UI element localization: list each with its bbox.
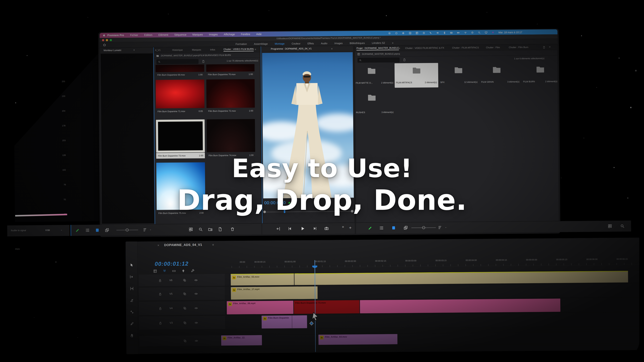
profile-dot-icon[interactable] [492,31,494,34]
track-label[interactable]: V3 [170,321,172,324]
folder-label-rushes[interactable]: RUSHES3 élément(s) [355,111,394,114]
automate-to-sequence-icon[interactable] [608,224,612,228]
sync-lock-icon[interactable] [183,278,186,282]
clip-thumbnail-70[interactable] [206,64,254,72]
lock-icon[interactable] [158,292,162,296]
tab-marques[interactable]: Marques [192,48,201,51]
menu-edition[interactable]: Edition [144,33,152,36]
timeline-clip-film-artifac-08-tail[interactable] [360,299,560,313]
sync-lock-icon[interactable] [183,292,186,296]
clip-thumbnail-73-selected[interactable] [156,119,205,152]
gear-icon[interactable] [402,32,405,34]
bin-search-input[interactable] [156,59,198,64]
displays-icon[interactable] [416,31,418,34]
folder-icon-rushes[interactable] [366,92,378,102]
lock-icon[interactable] [158,279,162,282]
track-label[interactable]: V6 [169,279,172,282]
menu-affichage[interactable]: Affichage [224,33,235,36]
sequence-panel-menu-icon[interactable]: ≡ [212,243,214,247]
sort-caret-icon[interactable]: ⌄ [445,226,447,228]
jump-to-in-icon[interactable] [276,226,280,231]
program-panel-menu-icon[interactable]: ≡ [331,47,332,50]
home-icon[interactable] [103,43,106,46]
eye-icon[interactable] [194,278,198,282]
zoom-slider-handle[interactable] [422,226,425,229]
tab-chutier-video-film-burn[interactable]: Chutier : VIDEO FILM BURN [224,48,254,51]
edit-pencil-icon[interactable] [75,228,80,233]
eye-icon[interactable] [194,321,198,325]
folder-label-film-matte[interactable]: FILM MATTE O...2 élément(s) [355,81,394,84]
project-search-input[interactable] [358,57,400,62]
sync-clock-icon[interactable] [471,31,474,34]
track-label[interactable]: V5 [170,292,172,295]
sort-caret-icon[interactable]: ⌄ [150,228,152,231]
clip-label-72[interactable]: Film Burn Dopamine 72.mov1:00 [206,108,255,114]
track-header-v3[interactable]: V3 [139,316,225,330]
screen-mirroring-icon[interactable] [395,32,398,34]
track-header-v6[interactable]: V6 [139,274,225,287]
workspace-montage[interactable]: Montage [275,42,284,45]
timeline-clip-film-artifac-63[interactable]: fxFilm_Artifac_63.mov [230,273,294,286]
clip-label-71[interactable]: Film Burn Dopamine 71.mov0:05 [156,108,204,114]
folder-label-film-artifacs[interactable]: FILM ARTIFACS2 élément(s) [395,81,438,84]
eye-icon[interactable] [194,306,198,310]
folder-icon-film-artifacs[interactable] [410,65,422,75]
project-filter-icon[interactable] [403,58,406,61]
folder-icon-film-grain[interactable] [490,64,503,75]
eye-icon[interactable] [194,292,198,296]
list-view-icon[interactable] [379,226,384,230]
workspace-landers[interactable]: LAnders S2 [372,41,385,44]
timeline-clip-film-burn-dopamine[interactable]: fxFilm Burn Dopamin [262,315,307,329]
thumbnail-view-icon[interactable] [391,226,396,230]
clip-thumbnail-71[interactable] [156,79,204,108]
workspace-effets[interactable]: Effets [308,42,314,45]
clip-thumbnail-74[interactable] [206,119,255,152]
menu-sequence[interactable]: Séquence [174,33,186,36]
workspace-assemblage[interactable]: Assemblage [254,42,268,45]
menu-aide[interactable]: Aide [256,33,262,36]
menu-premiere-pro[interactable]: Premiere Pro [107,34,124,37]
bit-depth-caret-icon[interactable]: ⌄ [60,228,62,231]
folder-label-film-burn[interactable]: FILM BURN2 élément(s) [522,80,558,83]
tab-infos[interactable]: Infos [210,48,215,51]
transport-overflow[interactable]: » [342,225,344,229]
battery-icon[interactable] [457,31,460,34]
folder-icon-film-burn[interactable] [534,64,546,74]
clip-label-69[interactable]: Film Burn Dopamine 69.mov1:00 [156,72,204,77]
track-header-v5[interactable]: V5 [139,287,225,301]
tab-projet-dopamine-master-bundle[interactable]: Projet : DOPAMINE_MASTER_BUNDLE [356,46,399,50]
stacked-view-icon[interactable] [403,225,408,230]
menu-clock[interactable]: Mar. 18 mars à 10:17 [498,31,522,34]
sync-lock-icon[interactable] [183,339,187,343]
clip-thumbnail-69[interactable] [156,64,204,72]
workspace-images[interactable]: Images [334,42,343,44]
timeline-clip-film-artifac-12[interactable]: fxFilm_Artifac_12. [221,335,262,346]
volume-icon[interactable] [436,31,439,34]
slip-tool-icon[interactable] [130,310,134,314]
control-center-icon[interactable] [388,32,391,34]
new-item-icon[interactable] [218,227,222,232]
workspace-audio[interactable]: Audio [321,42,327,44]
workspace-overflow[interactable]: » [392,41,393,44]
bin-filter-icon[interactable] [202,60,205,63]
zoom-slider-handle[interactable] [126,228,129,231]
lumetri-footer-label[interactable]: fouiller le signal [11,229,26,232]
lock-icon[interactable] [158,307,162,310]
tab-chutier-film-artifacs[interactable]: Chutier : FILM ARTIFACS [452,46,479,49]
sync-lock-icon[interactable] [183,321,187,325]
list-view-icon[interactable] [85,228,90,233]
sequence-tab-close[interactable]: × [158,244,159,247]
trash-icon[interactable] [230,227,235,231]
sequence-tab[interactable]: DOPAMINE_ADS_04_V1 [164,243,202,247]
sort-icon[interactable] [143,227,148,232]
track-header-v2[interactable] [139,335,226,347]
timeline-wrench-icon[interactable] [191,269,195,273]
program-monitor-tab[interactable]: Programme : DOPAMINE_ADS_04_V1 [271,47,312,51]
tab-chutier-film[interactable]: Chutier : Film [486,46,500,49]
folder-label-film-grain[interactable]: FILM GRAIN3 élément(s) [480,80,520,83]
bit-depth-value[interactable]: 8 Bit [46,229,50,231]
thumbnail-view-icon[interactable] [95,228,100,232]
linked-selection-icon[interactable] [172,269,176,273]
workspace-formation[interactable]: Formation [236,42,247,45]
eye-icon[interactable] [194,339,198,343]
